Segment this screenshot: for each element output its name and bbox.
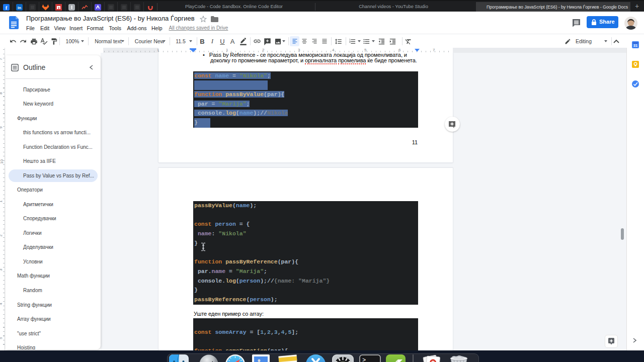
svg-text:31: 31 — [633, 44, 637, 47]
svg-text:>: > — [362, 357, 366, 362]
svg-text:in: in — [18, 6, 21, 10]
svg-text:f: f — [6, 5, 8, 11]
